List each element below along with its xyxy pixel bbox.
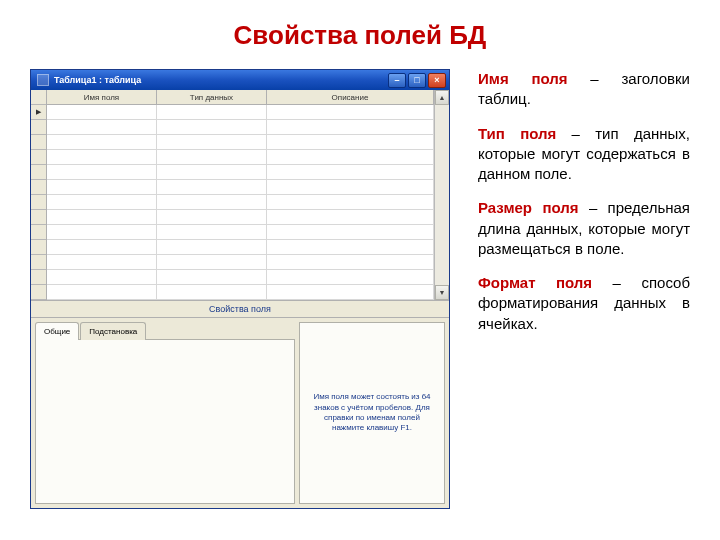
term: Имя поля	[478, 70, 568, 87]
field-properties-label: Свойства поля	[31, 300, 449, 318]
scroll-down-button[interactable]: ▼	[435, 285, 449, 300]
definition-item: Размер поля – предельная длина данных, к…	[478, 198, 690, 259]
row-selector[interactable]	[31, 135, 46, 150]
maximize-button[interactable]: □	[408, 73, 426, 88]
definition-item: Имя поля – заголовки таблиц.	[478, 69, 690, 110]
db-design-window: Таблица1 : таблица – □ × ▶	[30, 69, 450, 509]
definitions: Имя поля – заголовки таблиц. Тип поля – …	[478, 69, 690, 509]
row-selector-column: ▶	[31, 90, 47, 300]
row-selector[interactable]	[31, 180, 46, 195]
row-selector[interactable]: ▶	[31, 105, 46, 120]
hint-box: Имя поля может состоять из 64 знаков с у…	[299, 322, 445, 504]
row-selector-header	[31, 90, 46, 105]
grid-header: Имя поля Тип данных Описание	[47, 90, 434, 105]
definition-item: Формат поля – способ форматирования данн…	[478, 273, 690, 334]
column-header-desc[interactable]: Описание	[267, 90, 434, 105]
property-tabs: Общие Подстановка	[35, 322, 295, 340]
row-selector[interactable]	[31, 285, 46, 300]
field-grid: ▶ Имя поля Тип данных Описание	[31, 90, 449, 300]
scroll-up-button[interactable]: ▲	[435, 90, 449, 105]
row-selector[interactable]	[31, 165, 46, 180]
row-selector[interactable]	[31, 270, 46, 285]
row-selector[interactable]	[31, 225, 46, 240]
term: Размер поля	[478, 199, 579, 216]
minimize-button[interactable]: –	[388, 73, 406, 88]
term: Формат поля	[478, 274, 592, 291]
row-selector[interactable]	[31, 120, 46, 135]
titlebar: Таблица1 : таблица – □ ×	[31, 70, 449, 90]
close-button[interactable]: ×	[428, 73, 446, 88]
tab-body	[35, 339, 295, 504]
hint-text: Имя поля может состоять из 64 знаков с у…	[310, 392, 434, 434]
row-selector[interactable]	[31, 195, 46, 210]
field-properties-panel: Общие Подстановка Имя поля может состоят…	[31, 318, 449, 508]
row-selector[interactable]	[31, 255, 46, 270]
definition-item: Тип поля – тип данных, которые могут сод…	[478, 124, 690, 185]
window-title: Таблица1 : таблица	[54, 75, 388, 85]
slide-title: Свойства полей БД	[0, 0, 720, 69]
row-selector[interactable]	[31, 150, 46, 165]
term: Тип поля	[478, 125, 556, 142]
column-header-type[interactable]: Тип данных	[157, 90, 267, 105]
window-icon	[37, 74, 49, 86]
grid-rows[interactable]	[47, 105, 434, 300]
scroll-track[interactable]	[435, 105, 449, 285]
row-selector[interactable]	[31, 210, 46, 225]
tab-general[interactable]: Общие	[35, 322, 79, 340]
tab-lookup[interactable]: Подстановка	[80, 322, 146, 340]
row-selector[interactable]	[31, 240, 46, 255]
column-header-name[interactable]: Имя поля	[47, 90, 157, 105]
vertical-scrollbar[interactable]: ▲ ▼	[434, 90, 449, 300]
